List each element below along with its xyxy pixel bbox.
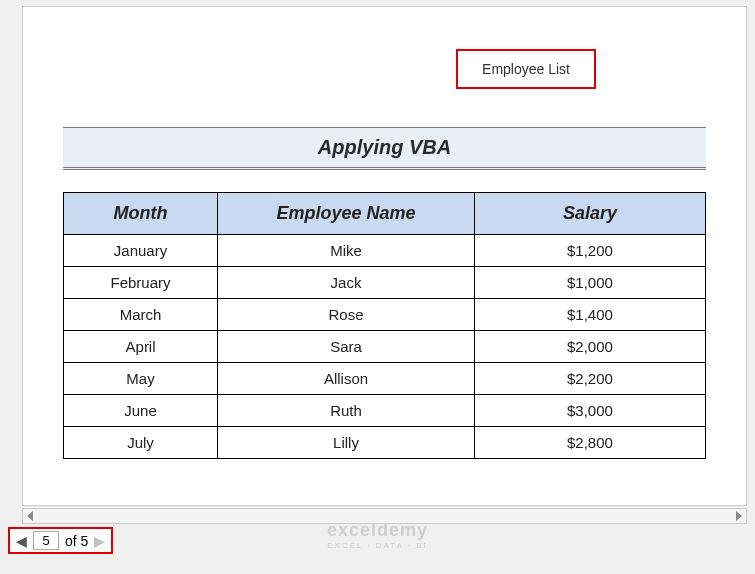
cell-name: Lilly <box>218 427 475 459</box>
table-row: January Mike $1,200 <box>64 235 706 267</box>
cell-salary: $2,000 <box>474 331 705 363</box>
page-header-text: Employee List <box>456 49 596 89</box>
cell-salary: $3,000 <box>474 395 705 427</box>
cell-month: June <box>64 395 218 427</box>
cell-salary: $1,200 <box>474 235 705 267</box>
table-row: June Ruth $3,000 <box>64 395 706 427</box>
table-row: April Sara $2,000 <box>64 331 706 363</box>
page-navigation: ◀ of 5 ▶ <box>8 527 113 554</box>
cell-name: Allison <box>218 363 475 395</box>
print-preview-page: Employee List Applying VBA Month Employe… <box>22 6 747 506</box>
cell-name: Rose <box>218 299 475 331</box>
current-page-input[interactable] <box>33 531 59 550</box>
cell-name: Mike <box>218 235 475 267</box>
table-row: July Lilly $2,800 <box>64 427 706 459</box>
prev-page-icon[interactable]: ◀ <box>16 533 27 549</box>
watermark-sub: EXCEL · DATA · BI <box>327 541 428 550</box>
cell-month: July <box>64 427 218 459</box>
table-header-row: Month Employee Name Salary <box>64 193 706 235</box>
table-row: February Jack $1,000 <box>64 267 706 299</box>
cell-month: March <box>64 299 218 331</box>
watermark-main: exceldemy <box>327 520 428 541</box>
cell-salary: $1,400 <box>474 299 705 331</box>
cell-salary: $2,200 <box>474 363 705 395</box>
next-page-icon[interactable]: ▶ <box>94 533 105 549</box>
cell-salary: $2,800 <box>474 427 705 459</box>
section-title: Applying VBA <box>63 127 706 170</box>
col-header-month: Month <box>64 193 218 235</box>
watermark: exceldemy EXCEL · DATA · BI <box>327 520 428 550</box>
cell-month: February <box>64 267 218 299</box>
col-header-salary: Salary <box>474 193 705 235</box>
cell-month: January <box>64 235 218 267</box>
table-body: January Mike $1,200 February Jack $1,000… <box>64 235 706 459</box>
cell-name: Ruth <box>218 395 475 427</box>
col-header-name: Employee Name <box>218 193 475 235</box>
cell-name: Sara <box>218 331 475 363</box>
cell-name: Jack <box>218 267 475 299</box>
cell-month: April <box>64 331 218 363</box>
employee-table: Month Employee Name Salary January Mike … <box>63 192 706 459</box>
cell-salary: $1,000 <box>474 267 705 299</box>
table-row: May Allison $2,200 <box>64 363 706 395</box>
page-total-label: of 5 <box>65 533 88 549</box>
cell-month: May <box>64 363 218 395</box>
table-row: March Rose $1,400 <box>64 299 706 331</box>
